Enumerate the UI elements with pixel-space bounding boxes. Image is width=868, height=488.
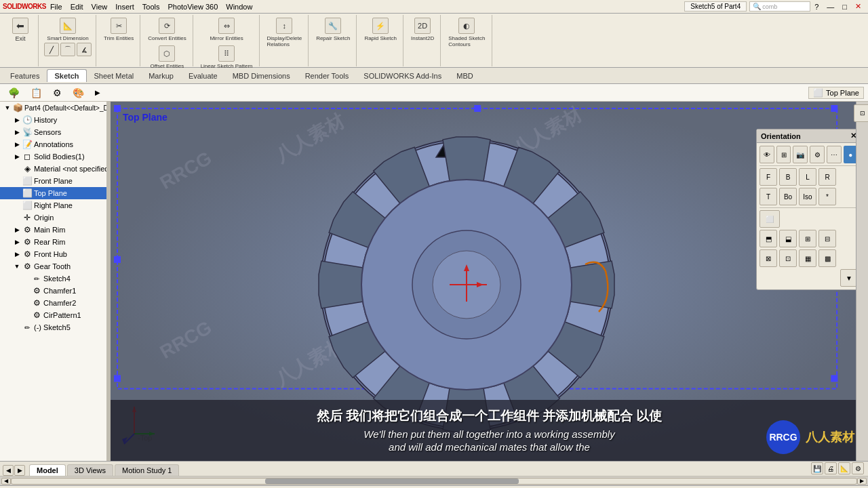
tab-scroll-right[interactable]: ▶ <box>14 465 25 476</box>
panel-icon-tree[interactable]: 🌳 <box>4 86 24 100</box>
orientation-panel-header[interactable]: Orientation ✕ <box>757 129 861 143</box>
tree-item-gear-tooth[interactable]: ▼ ⚙ Gear Tooth <box>0 260 106 272</box>
handle-ml[interactable] <box>114 256 121 263</box>
tree-item-chamfer1[interactable]: ▶ ⚙ Chamfer1 <box>0 285 106 297</box>
orient-front-view[interactable]: F <box>760 168 777 186</box>
help-icon[interactable]: ? <box>810 3 823 11</box>
orient-single[interactable]: ⬜ <box>760 210 780 228</box>
tree-item-rear-rim[interactable]: ▶ ⚙ Rear Rim <box>0 236 106 248</box>
panel-icon-display-state[interactable]: 🎨 <box>68 86 88 100</box>
bottom-icon-3[interactable]: 📐 <box>838 462 850 474</box>
orient-settings[interactable]: ⚙ <box>810 146 825 163</box>
scroll-track[interactable] <box>11 478 857 485</box>
tab-sheet-metal[interactable]: Sheet Metal <box>87 69 142 82</box>
handle-tl[interactable] <box>114 105 121 112</box>
menu-file[interactable]: File <box>46 3 66 11</box>
handle-br[interactable] <box>831 375 837 382</box>
maximize-button[interactable]: □ <box>838 3 851 11</box>
display-delete-relations-button[interactable]: ↕ Display/DeleteRelations <box>265 16 304 49</box>
toolbar-small-3[interactable]: ∡ <box>77 43 92 56</box>
convert-entities-button[interactable]: ⟳ Convert Entities <box>146 16 188 43</box>
tab-evaluate[interactable]: Evaluate <box>181 69 225 82</box>
right-edge-display[interactable]: ⊡ <box>854 104 869 122</box>
tree-item-front-hub[interactable]: ▶ ⚙ Front Hub <box>0 248 106 260</box>
orient-quad-2[interactable]: ⊟ <box>818 230 836 247</box>
tab-mbd[interactable]: MBD <box>449 69 480 82</box>
bottom-icon-2[interactable]: 🖨 <box>825 462 837 474</box>
linear-sketch-pattern-button[interactable]: ⠿ Linear Sketch Pattern <box>199 44 255 70</box>
menu-window[interactable]: Window <box>222 3 256 11</box>
scroll-left-btn[interactable]: ◀ <box>1 478 11 485</box>
orient-view-grid-1[interactable]: ⊠ <box>760 249 777 267</box>
orient-standard-view[interactable]: 👁 <box>760 146 774 163</box>
orient-quad-1[interactable]: ⊞ <box>799 230 816 247</box>
tree-item-front-plane[interactable]: ▶ ⬜ Front Plane <box>0 175 106 187</box>
bottom-tab-3d-views[interactable]: 3D Views <box>67 464 113 476</box>
orient-back-view[interactable]: B <box>779 168 797 186</box>
menu-photoview[interactable]: PhotoView 360 <box>163 3 222 11</box>
tree-item-sketch5[interactable]: ▶ ✏ (-) Sketch5 <box>0 321 106 333</box>
orient-left-view[interactable]: L <box>799 168 816 186</box>
orient-view-grid-3[interactable]: ▦ <box>799 249 816 267</box>
orient-view-grid-2[interactable]: ⊡ <box>779 249 797 267</box>
tree-item-root[interactable]: ▼ 📦 Part4 (Default<<Default>_Dis <box>0 102 106 114</box>
offset-entities-button[interactable]: ⬡ Offset Entities <box>149 44 186 70</box>
handle-tr[interactable] <box>831 105 837 112</box>
scroll-thumb[interactable] <box>265 479 519 484</box>
tree-item-sensors[interactable]: ▶ 📡 Sensors <box>0 126 106 138</box>
orient-split-v[interactable]: ⬓ <box>779 230 797 247</box>
shaded-sketch-contours-button[interactable]: ◐ Shaded SketchContours <box>446 16 487 49</box>
tab-scroll-left[interactable]: ◀ <box>3 465 14 476</box>
orient-more[interactable]: ⋯ <box>827 146 842 163</box>
orient-camera[interactable]: 📷 <box>793 146 808 163</box>
rapid-sketch-button[interactable]: ⚡ Rapid Sketch <box>362 16 399 43</box>
menu-view[interactable]: View <box>87 3 112 11</box>
smart-dimension-button[interactable]: 📐 Smart Dimension <box>45 16 90 43</box>
panel-icon-property[interactable]: 📋 <box>26 86 46 100</box>
bottom-icon-4[interactable]: ⚙ <box>852 462 864 474</box>
tab-markup[interactable]: Markup <box>141 69 181 82</box>
exit-button[interactable]: ⬅ Exit <box>7 16 34 43</box>
tab-sketch[interactable]: Sketch <box>47 69 86 82</box>
minimize-button[interactable]: — <box>823 3 838 11</box>
handle-bl[interactable] <box>114 375 121 382</box>
orient-right-view[interactable]: R <box>818 168 836 186</box>
orient-wide-view[interactable]: * <box>818 188 836 205</box>
tab-features[interactable]: Features <box>3 69 47 82</box>
tree-item-sketch4[interactable]: ▶ ✏ Sketch4 <box>0 272 106 285</box>
menu-edit[interactable]: Edit <box>66 3 87 11</box>
instant2d-button[interactable]: 2D Instant2D <box>409 16 436 43</box>
repair-sketch-button[interactable]: 🔧 Repair Sketch <box>314 16 352 43</box>
orient-named-view[interactable]: ⊞ <box>776 146 791 163</box>
bottom-icon-1[interactable]: 💾 <box>811 462 823 474</box>
tree-item-chamfer2[interactable]: ▶ ⚙ Chamfer2 <box>0 297 106 309</box>
bottom-tab-model[interactable]: Model <box>29 464 66 476</box>
tree-item-cirpattern1[interactable]: ▶ ⚙ CirPattern1 <box>0 309 106 321</box>
toolbar-small-1[interactable]: ╱ <box>44 43 59 56</box>
panel-icon-config[interactable]: ⚙ <box>49 86 66 100</box>
tab-mbd-dimensions[interactable]: MBD Dimensions <box>225 69 298 82</box>
toolbar-small-2[interactable]: ⌒ <box>60 43 75 56</box>
menu-tools[interactable]: Tools <box>138 3 164 11</box>
tree-item-history[interactable]: ▶ 🕒 History <box>0 114 106 126</box>
orient-isometric-view[interactable]: Iso <box>799 188 816 205</box>
tab-render-tools[interactable]: Render Tools <box>298 69 357 82</box>
tree-item-right-plane[interactable]: ▶ ⬜ Right Plane <box>0 199 106 211</box>
panel-icon-more[interactable]: ▶ <box>91 87 104 98</box>
menu-insert[interactable]: Insert <box>111 3 138 11</box>
orient-top-view[interactable]: T <box>760 188 777 205</box>
orient-view-grid-4[interactable]: ▩ <box>818 249 836 267</box>
mirror-entities-button[interactable]: ⇔ Mirror Entities <box>208 16 245 43</box>
horizontal-scrollbar[interactable]: ◀ ▶ <box>0 476 868 485</box>
tab-solidworks-addins[interactable]: SOLIDWORKS Add-Ins <box>356 69 449 82</box>
bottom-tab-motion-study[interactable]: Motion Study 1 <box>115 464 179 476</box>
search-box[interactable]: 🔍 comb <box>749 1 810 12</box>
scroll-right-btn[interactable]: ▶ <box>857 478 867 485</box>
tree-item-origin[interactable]: ▶ ✛ Origin <box>0 211 106 224</box>
tree-item-main-rim[interactable]: ▶ ⚙ Main Rim <box>0 224 106 236</box>
tree-item-solid-bodies[interactable]: ▶ ◻ Solid Bodies(1) <box>0 150 106 163</box>
orient-bottom-view[interactable]: Bo <box>779 188 797 205</box>
handle-tc[interactable] <box>474 105 481 112</box>
orient-split-h[interactable]: ⬒ <box>760 230 777 247</box>
trim-entities-button[interactable]: ✂ Trim Entities <box>102 16 136 43</box>
